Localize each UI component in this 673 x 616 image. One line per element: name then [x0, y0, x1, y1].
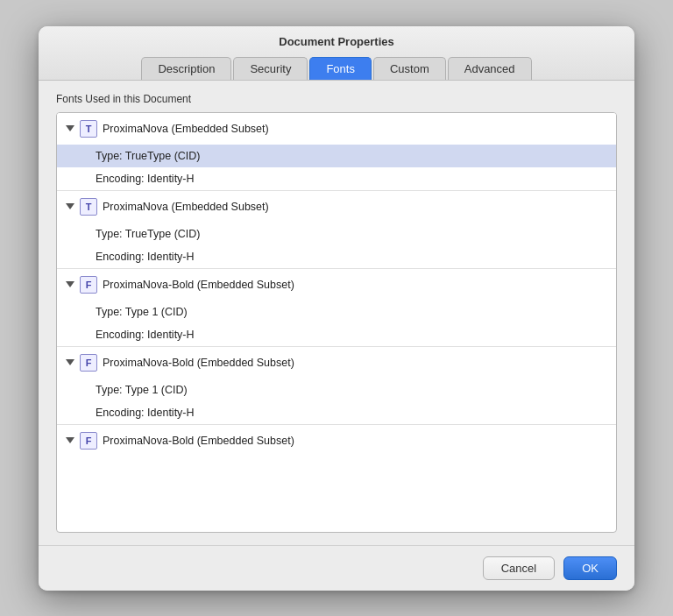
- font-type-icon: T: [80, 120, 97, 138]
- font-type-icon: F: [80, 432, 97, 450]
- tab-description[interactable]: Description: [141, 57, 231, 80]
- expand-triangle-icon[interactable]: [66, 281, 74, 287]
- font-type-icon: F: [80, 354, 97, 372]
- font-detail: Type: Type 1 (CID): [57, 379, 616, 401]
- font-header[interactable]: TProximaNova (Embedded Subset): [57, 113, 616, 145]
- font-entry: FProximaNova-Bold (Embedded Subset)Type:…: [57, 269, 616, 347]
- title-bar: Document Properties DescriptionSecurityF…: [39, 26, 634, 81]
- font-detail: Encoding: Identity-H: [57, 245, 616, 268]
- expand-triangle-icon[interactable]: [66, 125, 74, 131]
- font-detail: Encoding: Identity-H: [57, 401, 616, 424]
- font-entry: TProximaNova (Embedded Subset)Type: True…: [57, 113, 616, 191]
- expand-triangle-icon[interactable]: [66, 203, 74, 209]
- font-entry: TProximaNova (Embedded Subset)Type: True…: [57, 191, 616, 269]
- tab-fonts[interactable]: Fonts: [309, 57, 372, 80]
- font-name: ProximaNova (Embedded Subset): [103, 123, 269, 135]
- cancel-button[interactable]: Cancel: [483, 556, 555, 580]
- font-entry: FProximaNova-Bold (Embedded Subset): [57, 425, 616, 457]
- font-detail: Encoding: Identity-H: [57, 323, 616, 346]
- tab-custom[interactable]: Custom: [373, 57, 446, 80]
- tab-security[interactable]: Security: [233, 57, 308, 80]
- ok-button[interactable]: OK: [563, 556, 617, 580]
- font-entry: FProximaNova-Bold (Embedded Subset)Type:…: [57, 347, 616, 425]
- font-header[interactable]: TProximaNova (Embedded Subset): [57, 191, 616, 223]
- font-detail: Type: TrueType (CID): [57, 223, 616, 245]
- font-header[interactable]: FProximaNova-Bold (Embedded Subset): [57, 425, 616, 457]
- font-name: ProximaNova-Bold (Embedded Subset): [103, 357, 294, 369]
- expand-triangle-icon[interactable]: [66, 359, 74, 365]
- font-detail: Type: Type 1 (CID): [57, 301, 616, 323]
- tab-advanced[interactable]: Advanced: [448, 57, 532, 80]
- font-type-icon: T: [80, 198, 97, 216]
- document-properties-dialog: Document Properties DescriptionSecurityF…: [39, 26, 634, 591]
- expand-triangle-icon[interactable]: [66, 437, 74, 443]
- tabs-container: DescriptionSecurityFontsCustomAdvanced: [127, 57, 545, 80]
- font-type-icon: F: [80, 276, 97, 294]
- section-label: Fonts Used in this Document: [56, 93, 617, 105]
- content-area: Fonts Used in this Document TProximaNova…: [39, 81, 634, 545]
- font-detail: Type: TrueType (CID): [57, 145, 616, 167]
- font-header[interactable]: FProximaNova-Bold (Embedded Subset): [57, 347, 616, 379]
- font-name: ProximaNova-Bold (Embedded Subset): [103, 279, 294, 291]
- font-detail: Encoding: Identity-H: [57, 167, 616, 190]
- dialog-title: Document Properties: [279, 35, 393, 48]
- footer: Cancel OK: [39, 545, 634, 591]
- font-header[interactable]: FProximaNova-Bold (Embedded Subset): [57, 269, 616, 301]
- fonts-list[interactable]: TProximaNova (Embedded Subset)Type: True…: [56, 112, 617, 533]
- font-name: ProximaNova (Embedded Subset): [103, 201, 269, 213]
- font-name: ProximaNova-Bold (Embedded Subset): [103, 435, 294, 447]
